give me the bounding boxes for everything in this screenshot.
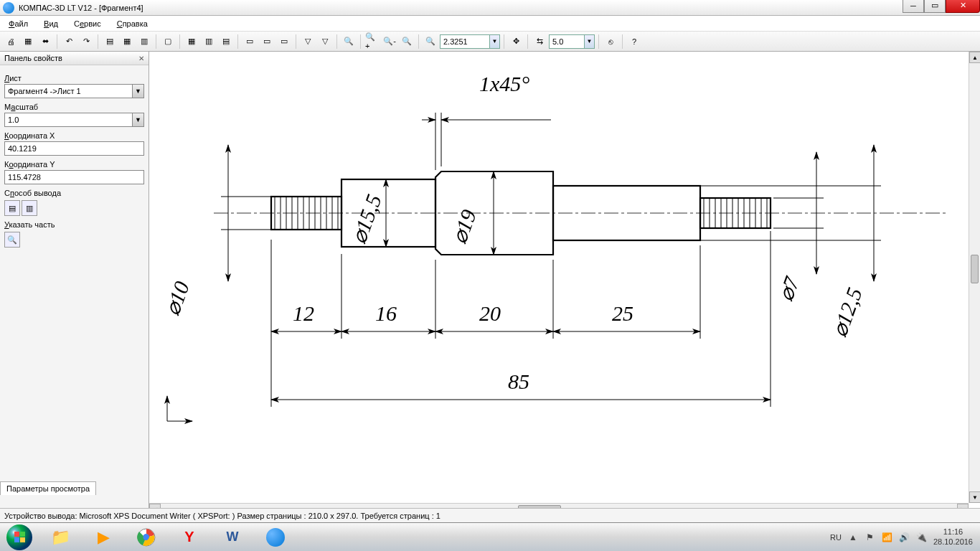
step-dropdown-icon[interactable]: ▼ [585, 34, 595, 49]
layout-6-icon[interactable]: ▭ [276, 34, 292, 50]
tray-chevron-icon[interactable]: ▲ [847, 532, 859, 543]
minimize-button[interactable]: ─ [903, 0, 924, 13]
close-button[interactable]: ✕ [946, 0, 980, 13]
windows-icon [6, 524, 32, 550]
zoom-window-icon[interactable]: 🔍 [399, 34, 415, 50]
rotate-right-icon[interactable]: ↷ [78, 34, 94, 50]
zoom-fit-icon[interactable]: 🔍 [423, 34, 438, 50]
menu-help[interactable]: Справка [113, 18, 152, 29]
dim-l85: 85 [508, 369, 529, 393]
panel-header: Панель свойств ✕ [0, 52, 149, 65]
app-icon [3, 2, 14, 14]
layout-5-icon[interactable]: ▭ [259, 34, 275, 50]
rotate-left-icon[interactable]: ↶ [61, 34, 77, 50]
scale-field[interactable] [4, 113, 133, 127]
taskbar-media[interactable]: ▶ [83, 524, 124, 551]
status-text: Устройство вывода: Microsoft XPS Documen… [4, 512, 440, 520]
show-frame-icon[interactable]: ▢ [160, 34, 176, 50]
move-step-icon[interactable]: ⇆ [532, 34, 547, 50]
layout-4-icon[interactable]: ▭ [242, 34, 258, 50]
maximize-button[interactable]: ▭ [924, 0, 946, 13]
coordy-field[interactable] [4, 170, 144, 184]
menu-file[interactable]: Файл [4, 18, 32, 29]
output-mode-1-icon[interactable]: ▤ [4, 200, 20, 216]
canvas-area[interactable]: 1x45° ⌀10 ⌀15,5 ⌀19 ⌀7 ⌀12,5 12 16 20 25… [149, 52, 980, 514]
zoom-area-icon[interactable]: 🔍 [341, 34, 357, 50]
select-part-icon[interactable]: 🔍 [4, 232, 20, 248]
property-panel: Панель свойств ✕ Лист ▼ Масштаб ▼ Коорди… [0, 52, 149, 514]
sheet-field[interactable] [4, 84, 133, 98]
panel-title: Панель свойств [4, 54, 62, 62]
fit-page-icon[interactable]: ▦ [20, 34, 36, 50]
scrollbar-vertical[interactable]: ▲ ▼ [969, 52, 980, 503]
dim-d125: ⌀12,5 [827, 285, 867, 341]
output-label: Способ вывода [4, 189, 144, 197]
scale-label: Масштаб [4, 103, 144, 111]
zoom-input[interactable] [440, 34, 490, 49]
menu-bar: Файл Вид Сервис Справка [0, 16, 980, 32]
scale-dropdown-icon[interactable]: ▼ [133, 113, 144, 127]
coordx-field[interactable] [4, 141, 144, 156]
coordy-label: Координата Y [4, 160, 144, 169]
taskbar-chrome[interactable] [126, 524, 167, 551]
taskbar-word[interactable]: W [212, 524, 253, 551]
dim-d155: ⌀15,5 [347, 192, 386, 248]
tray-time: 11:16 [933, 527, 973, 537]
layout-1-icon[interactable]: ▦ [184, 34, 199, 50]
output-mode-2-icon[interactable]: ▥ [22, 200, 37, 216]
fit-width-icon[interactable]: ⬌ [37, 34, 53, 50]
kompas-icon [266, 528, 285, 547]
layout-3-icon[interactable]: ▤ [218, 34, 234, 50]
scroll-down-icon[interactable]: ▼ [969, 491, 980, 503]
exit-preview-icon[interactable]: ⎋ [603, 34, 618, 50]
step-combo[interactable]: ▼ [549, 34, 595, 49]
tray-clock[interactable]: 11:16 28.10.2016 [933, 527, 973, 546]
zoom-out-icon[interactable]: 🔍- [382, 34, 397, 50]
tray-language[interactable]: RU [830, 533, 842, 542]
tray-date: 28.10.2016 [933, 537, 973, 547]
tray-flag-icon[interactable]: ⚑ [864, 532, 876, 543]
menu-service[interactable]: Сервис [70, 18, 105, 29]
tray-network-icon[interactable]: 📶 [882, 532, 893, 543]
title-bar: КОМПАС-3D LT V12 - [Фрагмент4] ─ ▭ ✕ [0, 0, 980, 16]
step-input[interactable] [549, 34, 585, 49]
scroll-thumb-v[interactable] [971, 255, 979, 283]
technical-drawing: 1x45° ⌀10 ⌀15,5 ⌀19 ⌀7 ⌀12,5 12 16 20 25… [149, 52, 967, 496]
dim-l12: 12 [293, 301, 314, 325]
page-setup-icon[interactable]: ▤ [102, 34, 118, 50]
tile-icon[interactable]: ▥ [136, 34, 152, 50]
filter-icon[interactable]: ▽ [300, 34, 316, 50]
zoom-in-icon[interactable]: 🔍+ [364, 34, 380, 50]
grid-icon[interactable]: ▦ [119, 34, 135, 50]
main-area: Панель свойств ✕ Лист ▼ Масштаб ▼ Коорди… [0, 52, 980, 514]
zoom-value-combo[interactable]: ▼ [440, 34, 500, 49]
taskbar-yandex[interactable]: Y [169, 524, 210, 551]
toolbar: 🖨 ▦ ⬌ ↶ ↷ ▤ ▦ ▥ ▢ ▦ ▥ ▤ ▭ ▭ ▭ ▽ ▽ 🔍 🔍+ 🔍… [0, 32, 980, 52]
menu-view[interactable]: Вид [39, 18, 62, 29]
print-icon[interactable]: 🖨 [3, 34, 19, 50]
tray-volume-icon[interactable]: 🔊 [899, 532, 910, 543]
dim-d19: ⌀19 [447, 207, 481, 247]
taskbar-explorer[interactable]: 📁 [39, 524, 81, 551]
taskbar: 📁 ▶ Y W RU ▲ ⚑ 📶 🔊 🔌 11:16 28.10.2016 [0, 522, 980, 551]
taskbar-kompas[interactable] [255, 524, 296, 551]
dim-l25: 25 [612, 301, 633, 325]
tray-power-icon[interactable]: 🔌 [916, 532, 928, 543]
filter-off-icon[interactable]: ▽ [317, 34, 333, 50]
zoom-dropdown-icon[interactable]: ▼ [490, 34, 500, 49]
sheet-dropdown-icon[interactable]: ▼ [133, 84, 144, 98]
panel-close-icon[interactable]: ✕ [138, 55, 144, 62]
chrome-icon [137, 528, 156, 547]
pan-icon[interactable]: ✥ [508, 34, 524, 50]
dim-l20: 20 [479, 301, 501, 325]
status-bar: Устройство вывода: Microsoft XPS Documen… [0, 508, 980, 522]
help-icon[interactable]: ? [626, 34, 642, 50]
window-title: КОМПАС-3D LT V12 - [Фрагмент4] [19, 4, 977, 12]
dim-d7: ⌀7 [773, 273, 804, 304]
dim-chamfer: 1x45° [479, 72, 529, 95]
layout-2-icon[interactable]: ▥ [201, 34, 217, 50]
start-button[interactable] [0, 523, 39, 552]
panel-tab[interactable]: Параметры просмотра [0, 481, 96, 495]
scroll-up-icon[interactable]: ▲ [969, 52, 980, 63]
coordx-label: Координата X [4, 131, 144, 140]
